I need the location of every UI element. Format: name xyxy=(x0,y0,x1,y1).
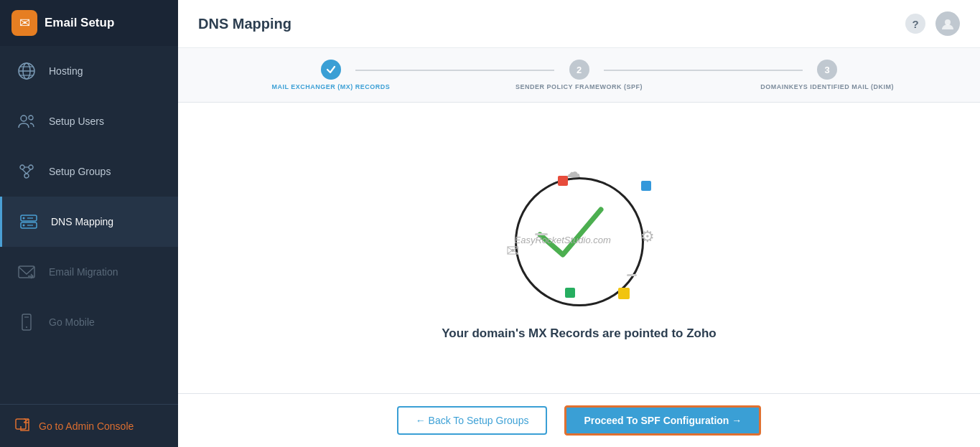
go-mobile-icon xyxy=(14,310,39,334)
gear-icon: ⚙ xyxy=(640,227,655,246)
user-avatar[interactable] xyxy=(935,11,960,36)
step-dkim-circle: 3 xyxy=(817,60,837,80)
checkmark-icon xyxy=(533,199,612,263)
dns-mapping-icon xyxy=(17,210,41,234)
svg-point-16 xyxy=(23,225,25,227)
setup-groups-label: Setup Groups xyxy=(49,166,111,177)
footer-bar: ← Back To Setup Groups Proceed To SPF Co… xyxy=(178,393,980,447)
step-mx-label: MAIL EXCHANGER (MX) RECORDS xyxy=(271,83,390,90)
dot-yellow xyxy=(618,288,630,299)
step-spf-label: SENDER POLICY FRAMEWORK (SPF) xyxy=(515,83,643,90)
help-button[interactable]: ? xyxy=(905,14,925,34)
svg-point-9 xyxy=(24,174,29,178)
svg-line-11 xyxy=(27,169,31,174)
svg-point-5 xyxy=(21,116,27,121)
dash-2 xyxy=(627,274,637,276)
sidebar-nav: Hosting Setup Users xyxy=(0,46,178,404)
sidebar-item-hosting[interactable]: Hosting xyxy=(0,46,178,96)
proceed-to-spf-button[interactable]: Proceed To SPF Configuration → xyxy=(564,405,761,436)
page-title: DNS Mapping xyxy=(198,16,291,32)
svg-point-8 xyxy=(29,165,33,169)
sidebar-item-email-migration[interactable]: Email Migration xyxy=(0,247,178,297)
setup-users-icon xyxy=(14,109,39,133)
admin-console-label: Go to Admin Console xyxy=(39,420,134,432)
hosting-label: Hosting xyxy=(49,65,83,77)
content-area: ☁ ⚙ ✉ EasyRocketStudio.com Your domain's… xyxy=(178,103,980,393)
success-message: Your domain's MX Records are pointed to … xyxy=(442,326,716,341)
step-dkim: 3 DOMAINKEYS IDENTIFIED MAIL (DKIM) xyxy=(703,60,951,90)
dot-green xyxy=(565,288,575,298)
sidebar: ✉ Email Setup Hosting xyxy=(0,0,178,447)
app-title: Email Setup xyxy=(45,16,114,30)
dot-blue xyxy=(641,181,651,191)
admin-console-icon xyxy=(14,416,30,436)
back-to-setup-groups-button[interactable]: ← Back To Setup Groups xyxy=(397,406,548,435)
steps-bar: MAIL EXCHANGER (MX) RECORDS 2 SENDER POL… xyxy=(178,48,980,103)
dot-red xyxy=(558,176,568,186)
step-mx-circle xyxy=(321,60,341,80)
sidebar-item-setup-users[interactable]: Setup Users xyxy=(0,96,178,146)
sidebar-item-setup-groups[interactable]: Setup Groups xyxy=(0,146,178,197)
watermark: EasyRocketStudio.com xyxy=(515,235,611,245)
sidebar-item-go-mobile[interactable]: Go Mobile xyxy=(0,297,178,347)
svg-point-22 xyxy=(26,326,27,328)
success-illustration: ☁ ⚙ ✉ EasyRocketStudio.com xyxy=(493,156,666,314)
sidebar-header: ✉ Email Setup xyxy=(0,0,178,46)
go-to-admin-console[interactable]: Go to Admin Console xyxy=(0,404,178,447)
setup-groups-icon xyxy=(14,159,39,184)
dns-mapping-label: DNS Mapping xyxy=(51,216,113,227)
svg-point-7 xyxy=(20,165,24,169)
email-migration-label: Email Migration xyxy=(49,266,118,278)
main-content: DNS Mapping ? MAIL EXCHANGER (MX) RECORD… xyxy=(178,0,980,447)
main-header: DNS Mapping ? xyxy=(178,0,980,48)
email-migration-icon xyxy=(14,260,39,284)
svg-point-15 xyxy=(23,217,25,220)
step-spf: 2 SENDER POLICY FRAMEWORK (SPF) xyxy=(455,60,704,90)
svg-point-28 xyxy=(945,19,951,25)
go-mobile-label: Go Mobile xyxy=(49,316,95,328)
sidebar-item-dns-mapping[interactable]: DNS Mapping xyxy=(0,197,178,247)
hosting-icon xyxy=(14,59,39,83)
header-icons: ? xyxy=(905,11,960,36)
app-icon: ✉ xyxy=(11,10,37,36)
svg-point-6 xyxy=(29,116,33,120)
help-icon: ? xyxy=(912,18,918,30)
step-mx: MAIL EXCHANGER (MX) RECORDS xyxy=(207,60,455,90)
svg-line-10 xyxy=(22,169,27,174)
step-spf-circle: 2 xyxy=(569,60,589,80)
setup-users-label: Setup Users xyxy=(49,116,104,127)
step-dkim-label: DOMAINKEYS IDENTIFIED MAIL (DKIM) xyxy=(760,83,894,90)
